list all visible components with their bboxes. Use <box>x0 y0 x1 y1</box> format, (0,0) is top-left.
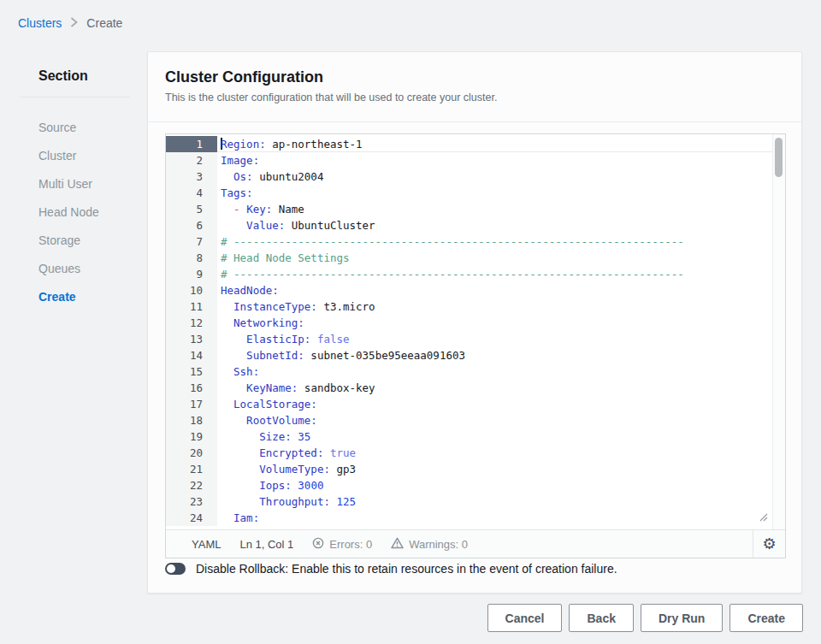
disable-rollback-label: Disable Rollback: Enable this to retain … <box>196 562 617 576</box>
editor-line[interactable]: 1Region: ap-northeast-1 <box>166 136 785 152</box>
editor-line[interactable]: 6 Value: UbuntuCluster <box>166 217 785 233</box>
page-description: This is the cluster configuration that w… <box>165 92 784 103</box>
line-code: ElasticIp: false <box>217 331 350 347</box>
line-number: 6 <box>166 217 217 233</box>
errors-status: Errors: 0 <box>312 537 372 552</box>
breadcrumb-clusters-link[interactable]: Clusters <box>18 16 62 30</box>
line-number: 14 <box>166 347 217 363</box>
line-code: KeyName: sandbox-key <box>217 380 375 396</box>
line-code: Networking: <box>217 315 304 331</box>
line-code: Tags: <box>217 185 253 201</box>
editor-line[interactable]: 16 KeyName: sandbox-key <box>166 380 785 396</box>
line-code: Size: 35 <box>217 428 310 445</box>
editor-line[interactable]: 22 Iops: 3000 <box>166 477 785 493</box>
errors-count-label: Errors: 0 <box>329 538 372 551</box>
editor-line[interactable]: 21 VolumeType: gp3 <box>166 461 785 477</box>
breadcrumb: Clusters Create <box>18 16 122 30</box>
line-number: 12 <box>166 315 217 331</box>
editor-line[interactable]: 14 SubnetId: subnet-035be95eeaa091603 <box>166 347 785 363</box>
sidebar-items: SourceClusterMulti UserHead NodeStorageQ… <box>21 120 130 305</box>
language-label: YAML <box>192 538 221 551</box>
resize-handle-icon[interactable] <box>758 510 768 525</box>
line-number: 21 <box>166 461 217 477</box>
line-number: 4 <box>166 185 217 201</box>
editor-line[interactable]: 3 Os: ubuntu2004 <box>166 168 785 185</box>
line-number: 18 <box>166 412 217 428</box>
sidebar-title: Section <box>21 68 130 84</box>
editor-line[interactable]: 4Tags: <box>166 185 785 201</box>
editor-line[interactable]: 10HeadNode: <box>166 282 785 298</box>
editor-line[interactable]: 2Image: <box>166 152 785 168</box>
back-button[interactable]: Back <box>569 604 633 632</box>
line-number: 2 <box>166 152 217 168</box>
editor-scrollbar[interactable] <box>772 134 785 529</box>
gear-icon: ⚙ <box>762 536 776 552</box>
line-code: - Key: Name <box>217 201 304 217</box>
line-code: Ssh: <box>217 363 259 380</box>
line-code: Throughput: 125 <box>217 493 356 510</box>
line-number: 15 <box>166 363 217 380</box>
line-code: Region: ap-northeast-1 <box>217 136 363 152</box>
editor-line[interactable]: 12 Networking: <box>166 315 785 331</box>
error-circle-icon <box>312 537 324 552</box>
line-code: RootVolume: <box>217 412 317 428</box>
line-code: # Head Node Settings <box>217 250 350 266</box>
line-code: VolumeType: gp3 <box>217 461 356 477</box>
sidebar-item-queues[interactable]: Queues <box>21 261 130 277</box>
line-number: 19 <box>166 428 217 445</box>
editor-line[interactable]: 19 Size: 35 <box>166 428 785 445</box>
line-number: 20 <box>166 445 217 461</box>
sidebar-divider <box>21 97 130 97</box>
yaml-editor[interactable]: 1Region: ap-northeast-12Image:3 Os: ubun… <box>166 134 785 529</box>
line-code: SubnetId: subnet-035be95eeaa091603 <box>217 347 465 363</box>
editor-line[interactable]: 24 Iam: <box>166 510 785 526</box>
line-number: 9 <box>166 266 217 282</box>
line-code: Os: ubuntu2004 <box>217 168 323 185</box>
cursor-position-label: Ln 1, Col 1 <box>239 538 293 551</box>
cancel-button[interactable]: Cancel <box>487 604 563 632</box>
line-number: 5 <box>166 201 217 217</box>
line-number: 17 <box>166 396 217 412</box>
editor-settings-button[interactable]: ⚙ <box>753 530 785 558</box>
sidebar-item-multi-user[interactable]: Multi User <box>21 176 130 192</box>
page-title: Cluster Configuration <box>165 68 784 86</box>
line-number: 10 <box>166 282 217 298</box>
dry-run-button[interactable]: Dry Run <box>641 604 723 632</box>
editor-line[interactable]: 8# Head Node Settings <box>166 250 785 266</box>
warning-triangle-icon <box>391 537 404 552</box>
editor-line[interactable]: 9# -------------------------------------… <box>166 266 785 282</box>
line-number: 3 <box>166 168 217 185</box>
line-number: 8 <box>166 250 217 266</box>
line-number: 24 <box>166 510 217 526</box>
line-code: # --------------------------------------… <box>217 266 684 282</box>
warnings-status: Warnings: 0 <box>391 537 468 552</box>
sidebar-item-create[interactable]: Create <box>21 289 130 305</box>
chevron-right-icon <box>70 16 78 30</box>
editor-line[interactable]: 20 Encrypted: true <box>166 445 785 461</box>
editor-line[interactable]: 18 RootVolume: <box>166 412 785 428</box>
line-number: 16 <box>166 380 217 396</box>
sidebar-item-source[interactable]: Source <box>21 120 130 136</box>
editor-line[interactable]: 11 InstanceType: t3.micro <box>166 298 785 315</box>
editor-lines: 1Region: ap-northeast-12Image:3 Os: ubun… <box>166 134 785 526</box>
editor-line[interactable]: 7# -------------------------------------… <box>166 233 785 250</box>
sidebar-item-cluster[interactable]: Cluster <box>21 148 130 164</box>
scrollbar-thumb[interactable] <box>775 138 783 177</box>
editor-line[interactable]: 15 Ssh: <box>166 363 785 380</box>
line-code: Image: <box>217 152 259 168</box>
create-button[interactable]: Create <box>729 604 803 632</box>
line-code: Encrypted: true <box>217 445 356 461</box>
editor-line[interactable]: 17 LocalStorage: <box>166 396 785 412</box>
sidebar-item-head-node[interactable]: Head Node <box>21 204 130 221</box>
editor-line[interactable]: 13 ElasticIp: false <box>166 331 785 347</box>
editor-line[interactable]: 23 Throughput: 125 <box>166 493 785 510</box>
editor-line[interactable]: 5 - Key: Name <box>166 201 785 217</box>
sidebar-item-storage[interactable]: Storage <box>21 233 130 249</box>
cluster-configuration-card: Cluster Configuration This is the cluste… <box>147 51 802 594</box>
line-number: 11 <box>166 298 217 315</box>
line-number: 1 <box>166 136 217 152</box>
line-number: 23 <box>166 493 217 510</box>
disable-rollback-toggle[interactable] <box>165 563 186 575</box>
line-code: Iops: 3000 <box>217 477 323 493</box>
line-code: Iam: <box>217 510 259 526</box>
